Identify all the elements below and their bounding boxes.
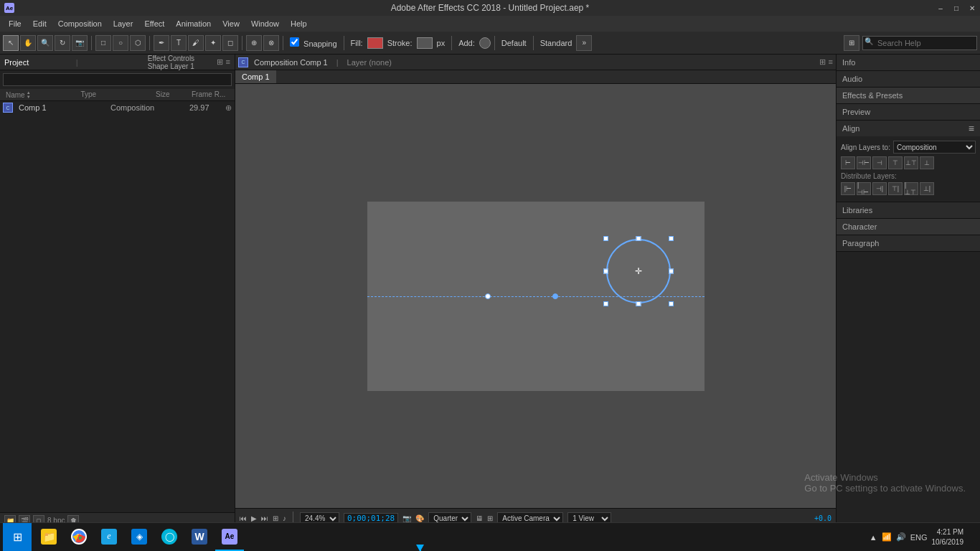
dist-left-btn[interactable]: |⊢	[841, 182, 855, 195]
col-name[interactable]: Name ▲ ▼	[3, 90, 78, 99]
play-btn[interactable]: ▶	[251, 514, 257, 522]
taskbar-word[interactable]: W	[185, 524, 214, 551]
fill-color[interactable]	[367, 37, 383, 49]
taskbar-edge[interactable]: ◈	[125, 524, 154, 551]
align-top-btn[interactable]: ⊤	[888, 156, 903, 169]
align-hcenter-btn[interactable]: ⊣⊢	[857, 156, 871, 169]
add-btn[interactable]	[479, 37, 491, 49]
align-section-menu[interactable]: ≡	[969, 123, 974, 134]
effect-controls-tab[interactable]: Effect Controls Shape Layer 1	[148, 55, 217, 70]
handle-bottom[interactable]	[636, 301, 641, 306]
view-options-btn[interactable]: +0.0	[814, 514, 831, 522]
systray-up-arrow[interactable]: ▲	[870, 533, 877, 542]
menu-view[interactable]: View	[217, 18, 245, 29]
puppet-pin-tool[interactable]: ⊗	[263, 35, 279, 51]
panel-menu-btn[interactable]: ≡	[226, 57, 230, 67]
stroke-color[interactable]	[417, 37, 433, 49]
align-left-btn[interactable]: ⊢	[841, 156, 855, 169]
pen-tool[interactable]: ✒	[154, 35, 169, 51]
start-button[interactable]: ⊞	[3, 523, 32, 552]
handle-br[interactable]	[669, 301, 674, 306]
close-button[interactable]: ✕	[964, 0, 980, 16]
dist-bottom-btn[interactable]: ⊥|	[920, 182, 934, 195]
taskbar-explorer[interactable]: 📁	[34, 524, 63, 551]
col-fps[interactable]: Frame R...	[189, 90, 232, 99]
align-section-header[interactable]: Align ≡	[837, 121, 980, 136]
effects-presets-section-header[interactable]: Effects & Presets	[837, 88, 980, 103]
preview-options-btn[interactable]: ⊞	[273, 514, 278, 522]
systray-clock[interactable]: 4:21 PM 10/6/2019	[932, 527, 964, 547]
expand-btn[interactable]: »	[576, 35, 592, 51]
comp-viewport[interactable]: ✛	[235, 84, 836, 508]
prev-frame-btn[interactable]: ⏮	[240, 514, 247, 522]
menu-composition[interactable]: Composition	[52, 18, 108, 29]
menu-layer[interactable]: Layer	[108, 18, 139, 29]
character-section-header[interactable]: Character	[837, 219, 980, 235]
eraser-tool[interactable]: ◻	[222, 35, 238, 51]
handle-bl[interactable]	[603, 301, 608, 306]
minimize-button[interactable]: –	[933, 0, 948, 16]
next-frame-btn[interactable]: ⏭	[261, 514, 268, 522]
audio-section-header[interactable]: Audio	[837, 71, 980, 87]
camera-tool[interactable]: 📷	[72, 35, 88, 51]
systray-lang[interactable]: ENG	[910, 533, 928, 542]
align-vcenter-btn[interactable]: ⊥⊤	[904, 156, 918, 169]
systray-network[interactable]: 📶	[882, 532, 892, 542]
selection-tool[interactable]: ↖	[3, 35, 19, 51]
menu-window[interactable]: Window	[245, 18, 285, 29]
rect-tool[interactable]: □	[95, 35, 111, 51]
audio-btn[interactable]: ♪	[283, 514, 286, 522]
menu-help[interactable]: Help	[285, 18, 313, 29]
maximize-button[interactable]: □	[948, 0, 964, 16]
taskbar-ae[interactable]: Ae	[215, 524, 244, 551]
handle-right[interactable]	[669, 269, 674, 274]
align-right-btn[interactable]: ⊣	[872, 156, 887, 169]
menu-edit[interactable]: Edit	[27, 18, 52, 29]
paragraph-section-header[interactable]: Paragraph	[837, 235, 980, 251]
comp-tab-comp1[interactable]: Comp 1	[235, 70, 276, 83]
comp-panel-expand[interactable]: ⊞	[819, 57, 826, 67]
dist-top-btn[interactable]: ⊤|	[888, 182, 903, 195]
playhead[interactable]	[420, 545, 421, 551]
project-tab[interactable]: Project	[4, 58, 73, 67]
search-help-input[interactable]	[862, 36, 977, 50]
taskbar-ie[interactable]: e	[95, 524, 123, 551]
snapshot-btn[interactable]: 📷	[402, 514, 411, 522]
handle-tr[interactable]	[669, 236, 674, 241]
handle-tl[interactable]	[603, 236, 608, 241]
project-search-input[interactable]	[3, 73, 232, 86]
menu-effect[interactable]: Effect	[138, 18, 170, 29]
systray-sound[interactable]: 🔊	[896, 532, 906, 542]
ellipse-tool[interactable]: ○	[113, 35, 128, 51]
zoom-tool[interactable]: 🔍	[37, 35, 53, 51]
clone-tool[interactable]: ✦	[205, 35, 221, 51]
align-layers-select[interactable]: Composition Selection Layer	[893, 141, 976, 154]
show-channel-btn[interactable]: 🎨	[415, 514, 424, 522]
handle-left[interactable]	[603, 269, 608, 274]
menu-file[interactable]: File	[3, 18, 27, 29]
project-item-comp1[interactable]: C Comp 1 Composition 29.97 ⊕	[0, 101, 235, 114]
preview-section-header[interactable]: Preview	[837, 104, 980, 120]
hand-tool[interactable]: ✋	[20, 35, 36, 51]
dist-vcenter-btn[interactable]: |⊥⊤	[904, 182, 918, 195]
align-bottom-btn[interactable]: ⊥	[920, 156, 934, 169]
col-type[interactable]: Type	[78, 90, 154, 99]
rotate-tool[interactable]: ↻	[55, 35, 70, 51]
dist-right-btn[interactable]: ⊣|	[872, 182, 887, 195]
taskbar-cortana[interactable]: ◯	[155, 524, 184, 551]
text-tool[interactable]: T	[171, 35, 187, 51]
snapping-checkbox[interactable]	[290, 37, 299, 47]
brush-tool[interactable]: 🖌	[188, 35, 204, 51]
grid-btn[interactable]: ⊞	[487, 514, 493, 522]
workspace-btn[interactable]: ⊞	[844, 35, 859, 51]
col-size[interactable]: Size	[153, 90, 189, 99]
comp-size-btn[interactable]: 🖥	[476, 514, 483, 522]
comp-panel-menu[interactable]: ≡	[829, 57, 833, 67]
menu-animation[interactable]: Animation	[170, 18, 217, 29]
puppet-tool[interactable]: ⊕	[246, 35, 262, 51]
panel-expand-btn[interactable]: ⊞	[217, 57, 223, 67]
dist-hcenter-btn[interactable]: |⊣⊢	[857, 182, 871, 195]
info-section-header[interactable]: Info	[837, 55, 980, 70]
taskbar-chrome[interactable]	[65, 524, 93, 551]
handle-top[interactable]	[636, 236, 641, 241]
